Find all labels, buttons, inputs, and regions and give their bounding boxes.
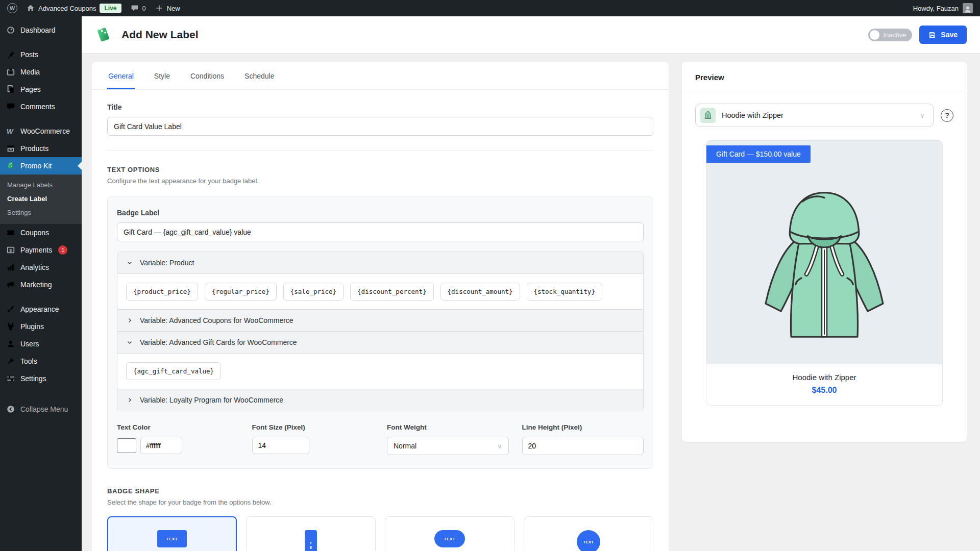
- sidebar-item-products[interactable]: Products: [0, 140, 82, 157]
- product-thumbnail: [700, 108, 716, 123]
- status-toggle[interactable]: Inactive: [868, 29, 912, 41]
- variable-chip[interactable]: {regular_price}: [205, 283, 277, 300]
- badge-label-input[interactable]: [117, 222, 644, 241]
- sidebar-item-posts[interactable]: Posts: [0, 46, 82, 63]
- dashboard-icon: [6, 26, 15, 35]
- sidebar-item-tools[interactable]: Tools: [0, 353, 82, 370]
- sidebar-item-marketing[interactable]: Marketing: [0, 276, 82, 293]
- svg-text:W: W: [7, 128, 14, 135]
- promo-kit-submenu: Manage Labels Create Label Settings: [0, 174, 82, 224]
- tab-conditions[interactable]: Conditions: [189, 62, 225, 89]
- preview-panel: Preview Hoodie with Zipper ∨ ?: [682, 62, 967, 442]
- preview-product-select[interactable]: Hoodie with Zipper ∨: [695, 104, 934, 127]
- text-color-input[interactable]: [140, 437, 182, 454]
- site-name: Advanced Coupons: [38, 5, 96, 12]
- line-height-input[interactable]: [522, 437, 644, 455]
- chevron-right-icon: [126, 317, 133, 324]
- variable-chip[interactable]: {discount_amount}: [440, 283, 520, 300]
- chevron-down-icon: [126, 339, 133, 346]
- howdy-account[interactable]: Howdy, Fauzan: [913, 5, 959, 12]
- comment-count: 0: [142, 5, 146, 12]
- pill-preview: TEXT: [434, 530, 465, 547]
- font-weight-select[interactable]: Normal ∨: [387, 437, 509, 455]
- shape-option-rectangle-horizontal[interactable]: TEXT Rectangle Horizontal: [107, 516, 237, 551]
- sidebar-item-pages[interactable]: Pages: [0, 81, 82, 98]
- sidebar-item-payments[interactable]: $ Payments 1: [0, 241, 82, 259]
- circle-preview: TEXT: [577, 530, 600, 551]
- color-swatch[interactable]: [117, 438, 136, 453]
- chevron-down-icon: ∨: [920, 111, 925, 119]
- sidebar-item-users[interactable]: Users: [0, 335, 82, 353]
- submenu-item-create-label[interactable]: Create Label: [0, 192, 82, 206]
- current-menu-arrow: [78, 162, 82, 170]
- sidebar-item-comments[interactable]: Comments: [0, 98, 82, 115]
- user-icon: [964, 5, 972, 13]
- preview-badge: Gift Card — $150.00 value: [706, 145, 811, 163]
- accordion-header-advanced-coupons[interactable]: Variable: Advanced Coupons for WooCommer…: [117, 309, 643, 331]
- save-floppy-icon: [928, 31, 936, 39]
- sidebar-item-woocommerce[interactable]: W WooCommerce: [0, 122, 82, 140]
- shape-option-pill[interactable]: TEXT Pill: [385, 516, 514, 551]
- sidebar-item-collapse-menu[interactable]: Collapse Menu: [0, 400, 82, 418]
- variable-chip[interactable]: {sale_price}: [283, 283, 344, 300]
- badge-label-label: Badge Label: [117, 209, 644, 217]
- variable-chip[interactable]: {discount_percent}: [350, 283, 433, 300]
- sidebar-item-plugins[interactable]: Plugins: [0, 318, 82, 335]
- megaphone-icon: [6, 280, 15, 289]
- site-name-menu[interactable]: Advanced Coupons Live: [27, 4, 121, 13]
- sidebar-item-settings[interactable]: Settings: [0, 370, 82, 387]
- tab-schedule[interactable]: Schedule: [243, 62, 275, 89]
- help-icon[interactable]: ?: [941, 109, 953, 122]
- sidebar-item-media[interactable]: Media: [0, 63, 82, 81]
- font-size-field: Font Size (Pixel): [252, 423, 374, 455]
- pushpin-icon: [6, 50, 15, 59]
- tab-style[interactable]: Style: [153, 62, 171, 89]
- shape-option-rectangle-vertical[interactable]: TEXT Rectangle Vertical: [246, 516, 376, 551]
- comments-menu[interactable]: 0: [131, 4, 146, 12]
- bar-chart-icon: [6, 263, 15, 272]
- accordion-header-loyalty[interactable]: Variable: Loyalty Program for WooCommerc…: [117, 389, 643, 411]
- font-size-input[interactable]: [252, 437, 309, 454]
- editor-tabs: General Style Conditions Schedule: [92, 62, 669, 90]
- save-button[interactable]: Save: [919, 26, 967, 44]
- sidebar-item-appearance[interactable]: Appearance: [0, 300, 82, 318]
- plug-icon: [6, 322, 15, 331]
- sidebar-item-analytics[interactable]: Analytics: [0, 259, 82, 276]
- home-icon: [27, 4, 35, 12]
- shape-option-circle[interactable]: TEXT Circle: [524, 516, 653, 551]
- tab-general[interactable]: General: [107, 62, 135, 89]
- submenu-item-settings[interactable]: Settings: [0, 206, 82, 219]
- sidebar-item-coupons[interactable]: Coupons: [0, 224, 82, 241]
- sidebar-item-dashboard[interactable]: Dashboard: [0, 21, 82, 39]
- preview-product-name: Hoodie with Zipper: [706, 373, 942, 382]
- plus-icon: [155, 4, 163, 12]
- accordion-header-gift-cards[interactable]: Variable: Advanced Gift Cards for WooCom…: [117, 331, 643, 353]
- collapse-arrow-icon: [6, 405, 15, 414]
- comment-bubble-icon: [131, 4, 139, 12]
- badge-shape-options: TEXT Rectangle Horizontal TEXT Rectangle…: [107, 516, 653, 551]
- toggle-label: Inactive: [883, 31, 906, 39]
- submenu-item-manage-labels[interactable]: Manage Labels: [0, 178, 82, 192]
- text-color-label: Text Color: [117, 423, 239, 431]
- wp-logo-menu[interactable]: W: [7, 3, 17, 13]
- badge-label-panel: Badge Label Variable: Product {product_p…: [107, 196, 653, 469]
- comments-icon: [6, 102, 15, 111]
- label-editor-card: General Style Conditions Schedule Title …: [92, 62, 669, 551]
- preview-product-image: Gift Card — $150.00 value: [706, 141, 942, 364]
- sidebar-item-promo-kit[interactable]: Promo Kit: [0, 157, 82, 174]
- variable-chip[interactable]: {stock_quantity}: [527, 283, 602, 300]
- variable-chip[interactable]: {product_price}: [126, 283, 198, 300]
- text-color-field: Text Color: [117, 423, 239, 455]
- preview-product-card: Gift Card — $150.00 value: [706, 140, 943, 406]
- live-badge: Live: [100, 4, 121, 13]
- woocommerce-icon: W: [6, 127, 15, 136]
- rectangle-vertical-preview: TEXT: [305, 530, 317, 551]
- new-content-menu[interactable]: New: [155, 4, 180, 12]
- avatar[interactable]: [963, 3, 973, 13]
- new-label: New: [167, 5, 180, 12]
- accordion-header-product[interactable]: Variable: Product: [117, 252, 643, 273]
- preview-product-price: $45.00: [706, 386, 942, 395]
- variable-chip[interactable]: {agc_gift_card_value}: [126, 362, 221, 380]
- title-input[interactable]: [107, 117, 653, 136]
- promo-tag-icon: [6, 161, 15, 170]
